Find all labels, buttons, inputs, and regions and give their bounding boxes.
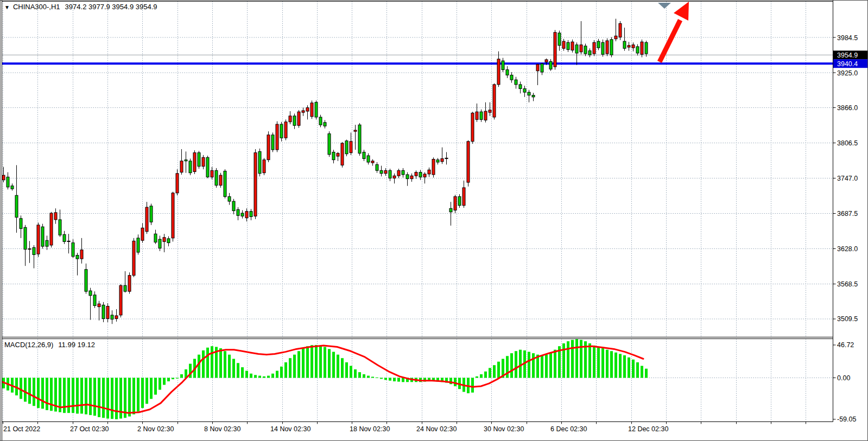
price-tick-label: 3747.0	[837, 175, 858, 182]
macd-bar	[172, 378, 174, 380]
macd-bar	[254, 375, 257, 378]
candle	[271, 135, 274, 150]
macd-bar	[588, 343, 591, 378]
candle	[571, 42, 574, 50]
candle	[176, 174, 179, 193]
candle	[215, 170, 218, 185]
macd-bar	[115, 378, 118, 419]
macd-bar	[67, 378, 70, 413]
candle	[2, 175, 5, 180]
macd-bar	[159, 378, 161, 390]
macd-bar	[489, 368, 491, 378]
macd-bar	[280, 367, 283, 378]
horizontal-line-object[interactable]	[2, 62, 833, 65]
candle	[306, 107, 309, 111]
macd-bar	[267, 376, 270, 378]
candle	[415, 172, 417, 176]
macd-bar	[645, 369, 648, 378]
object-anchor-triangle-icon[interactable]	[658, 3, 671, 9]
candle	[506, 70, 509, 75]
macd-bar	[541, 355, 543, 378]
candle	[341, 143, 344, 165]
macd-bar	[328, 349, 331, 378]
macd-bar	[636, 362, 639, 378]
candle	[363, 152, 365, 158]
macd-bar	[232, 359, 235, 378]
macd-bar	[24, 378, 27, 402]
macd-bar	[628, 357, 630, 378]
macd-bar	[311, 345, 313, 378]
candle	[37, 225, 40, 254]
candle	[311, 103, 313, 117]
candle	[28, 249, 31, 250]
candle	[436, 160, 439, 162]
macd-bar	[306, 346, 309, 378]
candle	[441, 158, 443, 161]
date-tick-label: 21 Oct 2022	[3, 425, 40, 433]
price-tick-label: 3509.5	[837, 315, 858, 323]
macd-bar	[315, 345, 318, 378]
macd-bar	[393, 378, 396, 381]
macd-bar	[402, 378, 404, 382]
candle	[297, 112, 300, 125]
macd-bar	[302, 348, 305, 378]
price-tick-label: 3687.5	[837, 210, 858, 218]
macd-bar	[601, 348, 604, 378]
candle	[458, 196, 461, 205]
candle	[545, 60, 548, 62]
macd-bar	[33, 378, 35, 406]
candle	[93, 295, 96, 306]
macd-bar	[632, 360, 635, 378]
date-tick-label: 12 Dec 02:30	[628, 425, 668, 433]
chart-canvas[interactable]: 3984.53925.03866.03806.53747.03687.53628…	[1, 1, 868, 441]
macd-tick-label: -59.05	[837, 416, 856, 423]
macd-bar	[575, 339, 578, 378]
panel-borders	[2, 1, 833, 441]
candle	[24, 227, 27, 249]
red-arrow-object[interactable]	[660, 2, 689, 62]
chart-window: 3984.53925.03866.03806.53747.03687.53628…	[0, 0, 868, 441]
macd-bar	[397, 378, 400, 382]
candle	[610, 40, 613, 55]
line-price-badge-text: 3940.4	[837, 60, 858, 68]
candle	[41, 227, 44, 246]
candle	[154, 234, 157, 242]
candle	[232, 201, 235, 210]
date-tick-label: 18 Nov 02:30	[350, 425, 390, 433]
candle	[580, 45, 582, 52]
candle	[141, 228, 144, 240]
macd-bar	[150, 378, 153, 399]
macd-bar	[554, 350, 556, 378]
macd-bar	[384, 378, 387, 380]
candle	[289, 116, 292, 122]
macd-bar	[358, 372, 361, 378]
macd-bar	[132, 378, 135, 414]
candle	[641, 42, 643, 54]
candle	[432, 159, 435, 175]
candle	[528, 92, 530, 95]
candle	[163, 238, 166, 242]
macd-bar	[610, 351, 613, 378]
macd-bar	[41, 378, 44, 409]
candle	[376, 164, 378, 170]
macd-tick-label: 46.72	[837, 341, 854, 349]
symbol-menu-icon[interactable]: ▼	[4, 4, 10, 10]
candle	[20, 219, 22, 229]
price-tick-label: 3984.5	[837, 34, 858, 42]
price-axis: 3984.53925.03866.03806.53747.03687.53628…	[833, 34, 868, 323]
macd-bar	[167, 378, 170, 381]
candle	[614, 36, 617, 39]
candle	[189, 161, 192, 173]
candle	[536, 65, 539, 71]
candle	[575, 45, 578, 53]
macd-bar	[289, 358, 292, 378]
candle	[623, 41, 626, 48]
macd-bar	[202, 350, 205, 378]
macd-bar	[89, 378, 92, 416]
macd-bar	[237, 363, 239, 378]
candle	[106, 306, 109, 318]
macd-bar	[337, 355, 339, 378]
candle	[54, 213, 57, 220]
macd-bar	[519, 350, 522, 378]
candle	[76, 255, 79, 259]
